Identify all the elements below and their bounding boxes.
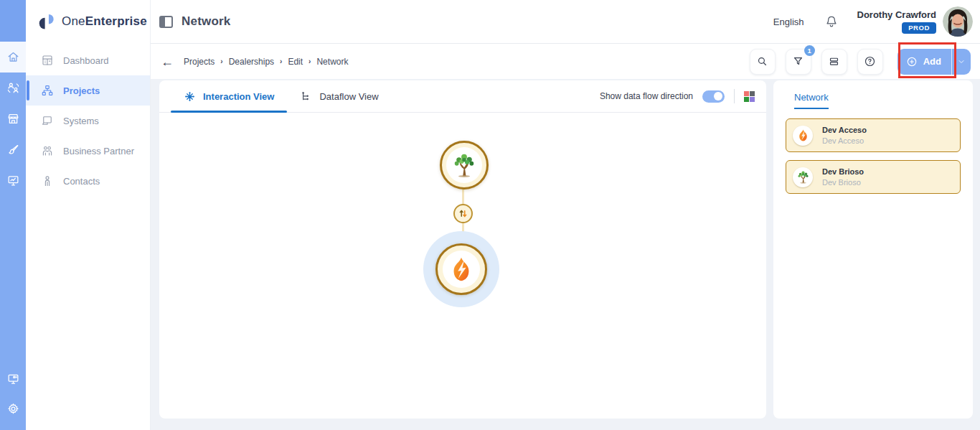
- paintbrush-icon: [6, 143, 20, 156]
- add-button[interactable]: Add: [897, 56, 951, 67]
- data-exchange-icon[interactable]: [453, 204, 473, 223]
- contacts-icon: [41, 174, 54, 187]
- add-split-button: Add: [897, 49, 971, 75]
- card-icon-wrap: [793, 167, 813, 187]
- header-right-group: English Dorothy Crawford PROD: [773, 6, 973, 37]
- user-block[interactable]: Dorothy Crawford PROD: [857, 9, 937, 34]
- breadcrumb-separator: ›: [280, 57, 282, 65]
- network-side-panel: Network Dev Acceso Dev Acceso: [773, 80, 973, 419]
- flame-icon: [796, 128, 810, 142]
- card-title: Dev Acceso: [822, 126, 867, 134]
- toggle-knob: [714, 92, 722, 101]
- rail-item-settings[interactable]: [0, 397, 26, 420]
- tree-icon: [796, 170, 810, 184]
- breadcrumb-item[interactable]: Edit: [288, 57, 303, 67]
- brand-name: OneEnterprise: [62, 14, 147, 29]
- screen-share-icon: [6, 372, 20, 385]
- dataflow-view-icon: [300, 90, 312, 103]
- content-region: Interaction View Dataflow View Show data…: [151, 79, 980, 430]
- sidebar-item-projects[interactable]: Projects: [26, 75, 150, 106]
- network-card-dev-acceso[interactable]: Dev Acceso Dev Acceso: [786, 118, 961, 152]
- sidebar-item-dashboard[interactable]: Dashboard: [26, 45, 150, 75]
- rail-item-monitoring[interactable]: [0, 165, 26, 196]
- breadcrumb-item[interactable]: Dealerships: [229, 57, 274, 67]
- data-flow-toggle[interactable]: [702, 90, 725, 103]
- sidebar-item-business-partner[interactable]: Business Partner: [26, 136, 150, 166]
- systems-icon: [41, 114, 54, 127]
- node-dev-brioso[interactable]: [440, 141, 489, 190]
- sidebar-item-label: Dashboard: [63, 55, 109, 66]
- rail-item-home[interactable]: [0, 42, 26, 73]
- tab-dataflow-view[interactable]: Dataflow View: [287, 80, 391, 112]
- network-card-dev-brioso[interactable]: Dev Brioso Dev Brioso: [786, 160, 961, 194]
- card-subtitle: Dev Brioso: [822, 178, 864, 187]
- main-area: Network English Dorothy Crawford PROD: [151, 0, 980, 430]
- breadcrumb: Projects › Dealerships › Edit › Network: [184, 57, 348, 67]
- breadcrumb-separator: ›: [308, 57, 311, 65]
- category-grid-icon[interactable]: [744, 91, 755, 102]
- breadcrumb-separator: ›: [220, 57, 222, 65]
- card-icon-wrap: [793, 126, 813, 146]
- sidebar-item-systems[interactable]: Systems: [26, 106, 150, 136]
- tab-label: Dataflow View: [319, 91, 378, 102]
- notification-bell-icon[interactable]: [824, 14, 839, 29]
- add-dropdown-button[interactable]: [951, 49, 971, 75]
- people-sync-icon: [6, 81, 20, 95]
- rail-item-store[interactable]: [0, 103, 26, 134]
- projects-sitemap-icon: [41, 84, 54, 97]
- user-avatar[interactable]: [943, 6, 973, 37]
- breadcrumb-item[interactable]: Network: [316, 57, 348, 67]
- plus-circle-icon: [906, 56, 918, 67]
- search-icon: [756, 55, 768, 67]
- filter-count-badge: 1: [804, 45, 815, 56]
- divider: [734, 89, 735, 103]
- rail-top-block: [0, 0, 26, 42]
- sidebar: OneEnterprise Dashboard Projects Systems…: [26, 0, 151, 430]
- card-text: Dev Brioso Dev Brioso: [822, 167, 864, 187]
- interaction-graph: [159, 113, 766, 419]
- rows-icon: [828, 55, 840, 67]
- subheader: ← Projects › Dealerships › Edit › Networ…: [151, 43, 980, 79]
- search-button[interactable]: [750, 49, 776, 75]
- canvas-header-controls: Show data flow direction: [600, 80, 755, 112]
- sidebar-item-label: Systems: [63, 116, 99, 126]
- tree-icon: [451, 152, 477, 178]
- tab-label: Interaction View: [203, 91, 274, 102]
- rail-item-network[interactable]: [0, 73, 26, 103]
- help-button[interactable]: [857, 49, 883, 75]
- top-header: Network English Dorothy Crawford PROD: [151, 0, 980, 43]
- card-title: Dev Brioso: [822, 167, 864, 176]
- rail-item-remote-screen[interactable]: [0, 367, 26, 390]
- settings-gear-icon: [6, 402, 20, 416]
- back-arrow-icon[interactable]: ←: [161, 55, 174, 68]
- user-name: Dorothy Crawford: [857, 9, 937, 20]
- rail-item-design[interactable]: [0, 134, 26, 165]
- chevron-down-icon: [957, 57, 966, 66]
- monitor-chart-icon: [6, 174, 20, 187]
- rail-bottom-group: [0, 367, 26, 420]
- side-panel-tab-network[interactable]: Network: [794, 92, 829, 109]
- interaction-view-icon: [184, 90, 196, 103]
- storefront-icon: [6, 112, 20, 126]
- split-circle-logo-icon: [37, 12, 57, 32]
- node-dev-acceso[interactable]: [435, 243, 487, 295]
- flame-icon: [448, 256, 475, 283]
- toolbar: 1 Add: [750, 49, 971, 75]
- add-button-label: Add: [923, 56, 941, 67]
- dashboard-icon: [41, 54, 54, 67]
- rows-layout-button[interactable]: [821, 49, 847, 75]
- filter-icon: [792, 55, 804, 67]
- network-canvas-panel: Interaction View Dataflow View Show data…: [159, 80, 766, 419]
- filter-button[interactable]: 1: [786, 49, 811, 75]
- language-selector[interactable]: English: [773, 17, 804, 27]
- canvas-header: Interaction View Dataflow View Show data…: [159, 80, 766, 113]
- tab-interaction-view[interactable]: Interaction View: [171, 80, 287, 112]
- card-subtitle: Dev Acceso: [822, 136, 867, 145]
- panel-toggle-icon[interactable]: [159, 16, 173, 28]
- help-icon: [864, 55, 876, 67]
- sidebar-menu: Dashboard Projects Systems Business Part…: [26, 45, 150, 196]
- sidebar-item-label: Contacts: [63, 176, 100, 187]
- sidebar-item-contacts[interactable]: Contacts: [26, 166, 150, 196]
- breadcrumb-item[interactable]: Projects: [184, 57, 215, 67]
- data-flow-toggle-label: Show data flow direction: [600, 91, 693, 101]
